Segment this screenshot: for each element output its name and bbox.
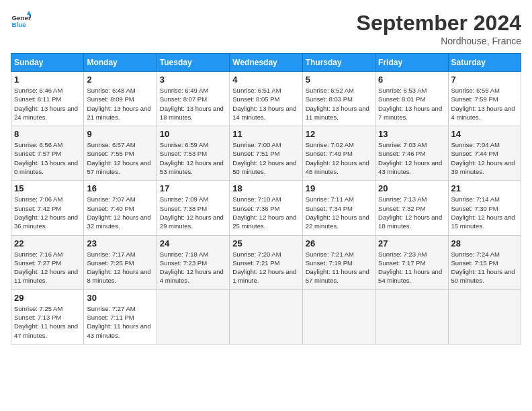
calendar-day-cell: 17Sunrise: 7:09 AMSunset: 7:38 PMDayligh…	[157, 181, 229, 235]
day-detail: Sunrise: 6:55 AMSunset: 7:59 PMDaylight:…	[451, 86, 518, 122]
day-number: 4	[232, 75, 299, 85]
day-detail: Sunrise: 6:57 AMSunset: 7:55 PMDaylight:…	[87, 140, 153, 176]
day-number: 23	[87, 238, 153, 248]
day-detail: Sunrise: 6:48 AMSunset: 8:09 PMDaylight:…	[87, 86, 153, 122]
calendar-day-cell: 18Sunrise: 7:10 AMSunset: 7:36 PMDayligh…	[230, 181, 302, 235]
calendar-day-cell: 19Sunrise: 7:11 AMSunset: 7:34 PMDayligh…	[302, 181, 375, 235]
calendar-day-cell: 4Sunrise: 6:51 AMSunset: 8:05 PMDaylight…	[230, 72, 302, 126]
day-detail: Sunrise: 6:56 AMSunset: 7:57 PMDaylight:…	[14, 140, 81, 176]
calendar-week-row: 15Sunrise: 7:06 AMSunset: 7:42 PMDayligh…	[11, 181, 521, 235]
day-detail: Sunrise: 7:14 AMSunset: 7:30 PMDaylight:…	[451, 195, 518, 230]
day-number: 30	[87, 293, 153, 303]
day-number: 5	[306, 75, 372, 85]
calendar-header-friday: Friday	[375, 54, 448, 72]
header: General Blue September 2024 Nordhouse, F…	[11, 11, 521, 46]
calendar-week-row: 1Sunrise: 6:46 AMSunset: 8:11 PMDaylight…	[11, 72, 521, 126]
day-detail: Sunrise: 6:46 AMSunset: 8:11 PMDaylight:…	[14, 86, 81, 122]
day-number: 14	[451, 129, 518, 139]
day-detail: Sunrise: 7:24 AMSunset: 7:15 PMDaylight:…	[451, 250, 518, 285]
calendar-header-saturday: Saturday	[448, 54, 521, 72]
day-detail: Sunrise: 7:13 AMSunset: 7:32 PMDaylight:…	[378, 195, 445, 230]
day-detail: Sunrise: 7:18 AMSunset: 7:23 PMDaylight:…	[160, 250, 226, 285]
calendar-day-cell: 24Sunrise: 7:18 AMSunset: 7:23 PMDayligh…	[157, 235, 229, 289]
calendar-day-cell: 28Sunrise: 7:24 AMSunset: 7:15 PMDayligh…	[448, 235, 521, 289]
calendar-day-cell: 5Sunrise: 6:52 AMSunset: 8:03 PMDaylight…	[302, 72, 375, 126]
day-detail: Sunrise: 7:25 AMSunset: 7:13 PMDaylight:…	[14, 304, 81, 340]
calendar-day-cell: 27Sunrise: 7:23 AMSunset: 7:17 PMDayligh…	[375, 235, 448, 289]
calendar-day-cell: 12Sunrise: 7:02 AMSunset: 7:49 PMDayligh…	[302, 126, 375, 181]
calendar-day-cell: 15Sunrise: 7:06 AMSunset: 7:42 PMDayligh…	[11, 181, 84, 235]
day-detail: Sunrise: 7:09 AMSunset: 7:38 PMDaylight:…	[160, 195, 226, 230]
day-detail: Sunrise: 7:04 AMSunset: 7:44 PMDaylight:…	[451, 140, 518, 176]
day-number: 22	[14, 238, 81, 248]
day-detail: Sunrise: 7:06 AMSunset: 7:42 PMDaylight:…	[14, 195, 81, 230]
calendar-day-cell: 10Sunrise: 6:59 AMSunset: 7:53 PMDayligh…	[157, 126, 229, 181]
day-detail: Sunrise: 7:07 AMSunset: 7:40 PMDaylight:…	[87, 195, 153, 230]
logo-icon: General Blue	[11, 11, 31, 31]
day-number: 25	[232, 238, 299, 248]
svg-text:General: General	[12, 14, 32, 21]
calendar-header-sunday: Sunday	[11, 54, 84, 72]
day-detail: Sunrise: 7:27 AMSunset: 7:11 PMDaylight:…	[87, 304, 153, 340]
day-number: 26	[306, 238, 372, 248]
day-number: 19	[306, 183, 372, 193]
day-detail: Sunrise: 6:59 AMSunset: 7:53 PMDaylight:…	[160, 140, 226, 176]
calendar-day-cell: 2Sunrise: 6:48 AMSunset: 8:09 PMDaylight…	[84, 72, 157, 126]
calendar-day-cell: 6Sunrise: 6:53 AMSunset: 8:01 PMDaylight…	[375, 72, 448, 126]
logo: General Blue	[11, 11, 31, 31]
calendar-day-cell: 14Sunrise: 7:04 AMSunset: 7:44 PMDayligh…	[448, 126, 521, 181]
day-detail: Sunrise: 7:20 AMSunset: 7:21 PMDaylight:…	[232, 250, 299, 285]
calendar-day-cell: 8Sunrise: 6:56 AMSunset: 7:57 PMDaylight…	[11, 126, 84, 181]
day-detail: Sunrise: 7:21 AMSunset: 7:19 PMDaylight:…	[306, 250, 372, 285]
calendar-header-wednesday: Wednesday	[230, 54, 302, 72]
day-detail: Sunrise: 6:53 AMSunset: 8:01 PMDaylight:…	[378, 86, 445, 122]
day-number: 6	[378, 75, 445, 85]
calendar-day-cell: 26Sunrise: 7:21 AMSunset: 7:19 PMDayligh…	[302, 235, 375, 289]
calendar: SundayMondayTuesdayWednesdayThursdayFrid…	[11, 53, 521, 345]
calendar-day-cell	[230, 289, 302, 344]
day-detail: Sunrise: 7:00 AMSunset: 7:51 PMDaylight:…	[232, 140, 299, 176]
calendar-header-monday: Monday	[84, 54, 157, 72]
location-title: Nordhouse, France	[357, 36, 521, 46]
calendar-day-cell: 11Sunrise: 7:00 AMSunset: 7:51 PMDayligh…	[230, 126, 302, 181]
day-number: 24	[160, 238, 226, 248]
day-number: 2	[87, 75, 153, 85]
day-number: 29	[14, 293, 81, 303]
day-number: 9	[87, 129, 153, 139]
day-detail: Sunrise: 7:11 AMSunset: 7:34 PMDaylight:…	[306, 195, 372, 230]
day-number: 12	[306, 129, 372, 139]
calendar-header-row: SundayMondayTuesdayWednesdayThursdayFrid…	[11, 54, 521, 72]
calendar-day-cell: 7Sunrise: 6:55 AMSunset: 7:59 PMDaylight…	[448, 72, 521, 126]
day-number: 1	[14, 75, 81, 85]
month-title: September 2024	[357, 11, 521, 36]
calendar-header-thursday: Thursday	[302, 54, 375, 72]
day-number: 18	[232, 183, 299, 193]
day-number: 7	[451, 75, 518, 85]
day-number: 21	[451, 183, 518, 193]
calendar-week-row: 8Sunrise: 6:56 AMSunset: 7:57 PMDaylight…	[11, 126, 521, 181]
calendar-day-cell	[157, 289, 229, 344]
calendar-week-row: 29Sunrise: 7:25 AMSunset: 7:13 PMDayligh…	[11, 289, 521, 344]
day-detail: Sunrise: 7:10 AMSunset: 7:36 PMDaylight:…	[232, 195, 299, 230]
day-detail: Sunrise: 7:16 AMSunset: 7:27 PMDaylight:…	[14, 250, 81, 285]
day-number: 20	[378, 183, 445, 193]
calendar-day-cell: 30Sunrise: 7:27 AMSunset: 7:11 PMDayligh…	[84, 289, 157, 344]
day-detail: Sunrise: 7:17 AMSunset: 7:25 PMDaylight:…	[87, 250, 153, 285]
day-detail: Sunrise: 6:49 AMSunset: 8:07 PMDaylight:…	[160, 86, 226, 122]
day-number: 27	[378, 238, 445, 248]
day-number: 11	[232, 129, 299, 139]
day-detail: Sunrise: 6:51 AMSunset: 8:05 PMDaylight:…	[232, 86, 299, 122]
calendar-day-cell	[375, 289, 448, 344]
day-detail: Sunrise: 6:52 AMSunset: 8:03 PMDaylight:…	[306, 86, 372, 122]
day-number: 16	[87, 183, 153, 193]
day-number: 17	[160, 183, 226, 193]
calendar-day-cell: 16Sunrise: 7:07 AMSunset: 7:40 PMDayligh…	[84, 181, 157, 235]
day-number: 13	[378, 129, 445, 139]
svg-text:Blue: Blue	[12, 21, 27, 28]
day-number: 3	[160, 75, 226, 85]
day-number: 10	[160, 129, 226, 139]
day-number: 8	[14, 129, 81, 139]
calendar-day-cell: 9Sunrise: 6:57 AMSunset: 7:55 PMDaylight…	[84, 126, 157, 181]
day-detail: Sunrise: 7:03 AMSunset: 7:46 PMDaylight:…	[378, 140, 445, 176]
day-number: 28	[451, 238, 518, 248]
